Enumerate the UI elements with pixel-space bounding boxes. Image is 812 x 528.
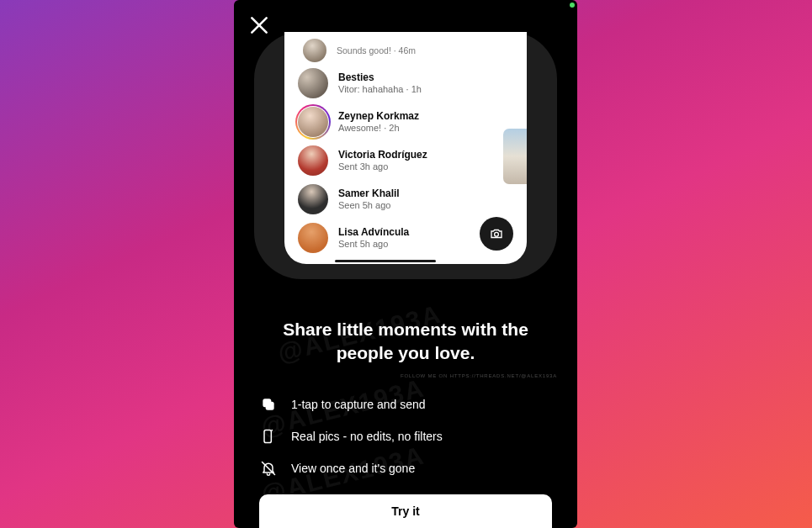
page-background: Sounds good! · 46m BestiesVitor: hahahah…	[0, 0, 812, 528]
avatar	[303, 39, 326, 62]
close-icon	[248, 14, 270, 36]
feature-item: Real pics - no edits, no filters	[259, 420, 552, 452]
avatar	[298, 107, 328, 137]
chat-name: Lisa Advíncula	[338, 227, 409, 239]
phone-modal: Sounds good! · 46m BestiesVitor: hahahah…	[234, 0, 577, 528]
bell-off-icon	[259, 459, 278, 478]
feature-item: View once and it's gone	[259, 452, 552, 484]
chat-row[interactable]: Samer KhalilSeen 5h ago	[284, 180, 527, 219]
close-button[interactable]	[244, 10, 274, 40]
chat-subtext: Seen 5h ago	[338, 200, 400, 211]
chat-row[interactable]: BestiesVitor: hahahaha · 1h	[284, 64, 527, 103]
feature-text: Real pics - no edits, no filters	[291, 430, 443, 443]
stack-icon	[259, 395, 278, 414]
chat-name: Besties	[338, 72, 422, 84]
capture-button[interactable]	[480, 217, 513, 251]
try-it-button[interactable]: Try it	[259, 494, 552, 528]
svg-rect-3	[264, 430, 271, 443]
camera-icon	[489, 226, 504, 241]
feature-list: 1-tap to capture and send Real pics - no…	[259, 388, 552, 484]
headline: Share little moments with the people you…	[256, 318, 555, 366]
avatar	[298, 184, 328, 214]
side-preview-image	[501, 126, 527, 187]
status-dot	[570, 3, 575, 8]
feature-text: 1-tap to capture and send	[291, 398, 426, 411]
chat-row[interactable]: Victoria RodríguezSent 3h ago	[284, 141, 527, 180]
chat-name: Zeynep Korkmaz	[338, 111, 419, 123]
dm-preview-card: Sounds good! · 46m BestiesVitor: hahahah…	[284, 32, 527, 264]
chat-subtext: Sounds good! · 46m	[337, 45, 416, 55]
avatar	[298, 145, 328, 176]
svg-point-0	[495, 232, 499, 236]
chat-subtext: Sent 5h ago	[338, 239, 409, 250]
chat-name: Victoria Rodríguez	[338, 150, 427, 161]
chat-subtext: Vitor: hahahaha · 1h	[338, 84, 422, 95]
avatar	[298, 223, 328, 253]
chat-row[interactable]: Zeynep KorkmazAwesome! · 2h	[284, 103, 527, 141]
chat-name: Samer Khalil	[338, 188, 400, 200]
try-it-label: Try it	[391, 504, 419, 518]
feature-item: 1-tap to capture and send	[259, 388, 552, 420]
chat-subtext: Sent 3h ago	[338, 161, 427, 172]
chat-subtext: Awesome! · 2h	[338, 123, 419, 134]
watermark-follow-line: FOLLOW ME ON HTTPS://THREADS.NET/@ALEX19…	[401, 373, 557, 378]
phone-sparkle-icon	[259, 427, 278, 446]
chat-row-truncated: Sounds good! · 46m	[284, 39, 527, 64]
preview-stage: Sounds good! · 46m BestiesVitor: hahahah…	[254, 32, 557, 279]
scroll-indicator	[335, 260, 436, 262]
avatar	[298, 68, 328, 98]
svg-rect-2	[266, 402, 274, 410]
feature-text: View once and it's gone	[291, 462, 415, 475]
